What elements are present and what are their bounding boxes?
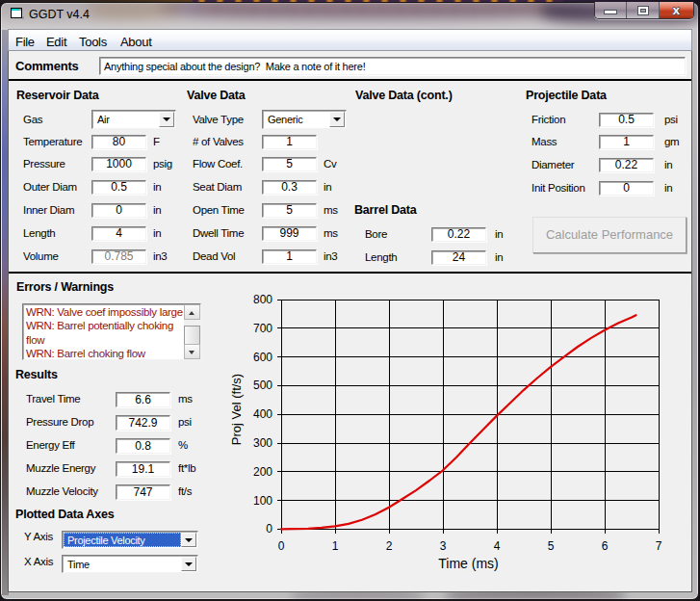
- svg-text:200: 200: [253, 465, 272, 479]
- svg-text:7: 7: [656, 539, 662, 553]
- svg-text:600: 600: [253, 351, 272, 364]
- svg-text:400: 400: [253, 407, 272, 421]
- svg-text:Time (ms): Time (ms): [438, 556, 498, 571]
- svg-text:0: 0: [278, 539, 285, 553]
- svg-text:100: 100: [253, 494, 272, 508]
- svg-text:4: 4: [494, 539, 501, 553]
- svg-text:2: 2: [386, 539, 393, 553]
- svg-text:5: 5: [548, 539, 555, 553]
- svg-text:800: 800: [253, 293, 272, 306]
- svg-text:700: 700: [253, 322, 272, 335]
- svg-text:3: 3: [440, 539, 447, 553]
- svg-text:0: 0: [266, 522, 272, 536]
- svg-text:300: 300: [253, 436, 272, 450]
- svg-text:Proj Vel (ft/s): Proj Vel (ft/s): [229, 374, 244, 445]
- svg-text:500: 500: [253, 379, 272, 392]
- svg-text:6: 6: [602, 539, 609, 553]
- svg-text:1: 1: [332, 539, 339, 553]
